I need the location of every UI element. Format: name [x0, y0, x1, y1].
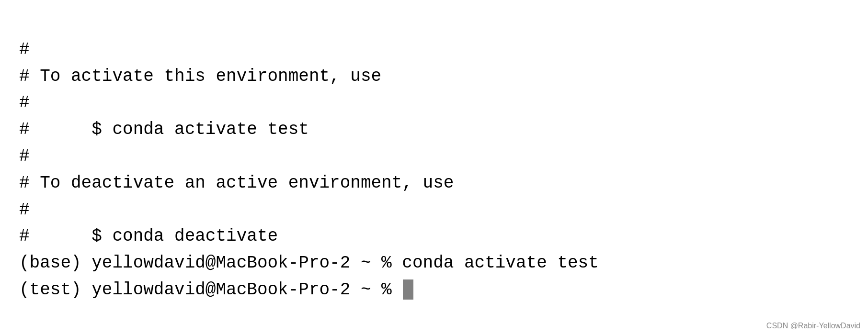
terminal-line: (test) yellowdavid@MacBook-Pro-2 ~ %	[19, 277, 849, 303]
terminal-output: ## To activate this environment, use## $…	[0, 0, 868, 313]
terminal-line: #	[19, 143, 849, 170]
terminal-line: #	[19, 197, 849, 223]
terminal-cursor	[403, 279, 413, 300]
terminal-line: # $ conda deactivate	[19, 223, 849, 250]
terminal-line: (base) yellowdavid@MacBook-Pro-2 ~ % con…	[19, 250, 849, 277]
terminal-line: # To activate this environment, use	[19, 63, 849, 90]
watermark: CSDN @Rabir-YellowDavid	[766, 322, 860, 330]
terminal-line: #	[19, 89, 849, 116]
terminal-line: # $ conda activate test	[19, 116, 849, 143]
terminal-line: # To deactivate an active environment, u…	[19, 170, 849, 197]
terminal-line: #	[19, 36, 849, 63]
